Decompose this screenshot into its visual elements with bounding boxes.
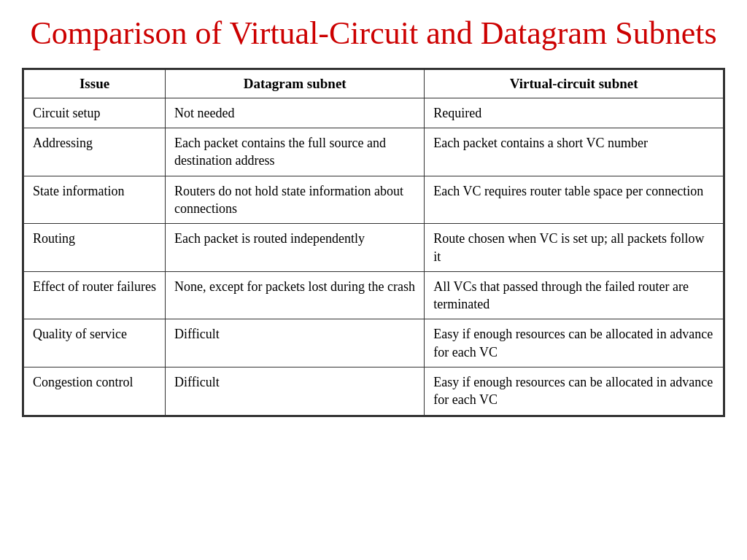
cell-datagram: Routers do not hold state information ab… (166, 176, 425, 224)
cell-vc: Easy if enough resources can be allocate… (425, 319, 724, 368)
cell-vc: Easy if enough resources can be allocate… (425, 368, 724, 416)
header-vc: Virtual-circuit subnet (425, 69, 724, 98)
cell-datagram: None, except for packets lost during the… (166, 271, 425, 319)
table-row: RoutingEach packet is routed independent… (24, 224, 724, 272)
cell-datagram: Difficult (166, 319, 425, 368)
comparison-table-container: Issue Datagram subnet Virtual-circuit su… (22, 68, 725, 417)
header-issue: Issue (24, 69, 166, 98)
table-row: Circuit setupNot neededRequired (24, 98, 724, 128)
page-title: Comparison of Virtual-Circuit and Datagr… (30, 15, 716, 53)
table-row: Effect of router failuresNone, except fo… (24, 271, 724, 319)
cell-vc: Each packet contains a short VC number (425, 128, 724, 176)
cell-datagram: Each packet contains the full source and… (166, 128, 425, 176)
cell-issue: Effect of router failures (24, 271, 166, 319)
cell-datagram: Each packet is routed independently (166, 224, 425, 272)
cell-datagram: Difficult (166, 368, 425, 416)
cell-vc: All VCs that passed through the failed r… (425, 271, 724, 319)
table-row: AddressingEach packet contains the full … (24, 128, 724, 176)
cell-vc: Each VC requires router table space per … (425, 176, 724, 224)
comparison-table: Issue Datagram subnet Virtual-circuit su… (23, 69, 724, 416)
table-row: State informationRouters do not hold sta… (24, 176, 724, 224)
cell-issue: Circuit setup (24, 98, 166, 128)
cell-issue: State information (24, 176, 166, 224)
cell-vc: Route chosen when VC is set up; all pack… (425, 224, 724, 272)
cell-issue: Routing (24, 224, 166, 272)
header-datagram: Datagram subnet (166, 69, 425, 98)
table-row: Quality of serviceDifficultEasy if enoug… (24, 319, 724, 368)
cell-issue: Addressing (24, 128, 166, 176)
table-header-row: Issue Datagram subnet Virtual-circuit su… (24, 69, 724, 98)
cell-issue: Congestion control (24, 368, 166, 416)
cell-issue: Quality of service (24, 319, 166, 368)
cell-datagram: Not needed (166, 98, 425, 128)
cell-vc: Required (425, 98, 724, 128)
table-row: Congestion controlDifficultEasy if enoug… (24, 368, 724, 416)
